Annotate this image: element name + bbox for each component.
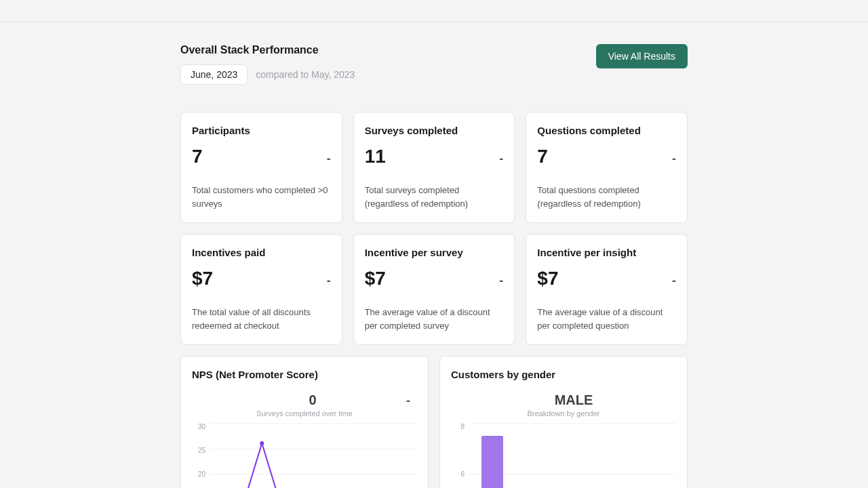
y-tick: 6 bbox=[460, 470, 465, 478]
metric-label: Incentive per insight bbox=[537, 247, 676, 258]
metric-card-incentive-per-insight: Incentive per insight $7 - The average v… bbox=[526, 234, 688, 345]
metric-label: Incentives paid bbox=[192, 247, 331, 258]
metric-delta: - bbox=[499, 274, 503, 288]
chart-card-nps: NPS (Net Promoter Score) 0 - Surveys com… bbox=[180, 356, 429, 488]
metric-card-participants: Participants 7 - Total customers who com… bbox=[180, 112, 342, 223]
metric-card-incentive-per-survey: Incentive per survey $7 - The average va… bbox=[353, 234, 515, 345]
period-row: June, 2023 compared to May, 2023 bbox=[180, 64, 355, 85]
chart-plot-nps: 30 25 20 15 10 bbox=[192, 423, 417, 488]
metric-card-questions-completed: Questions completed 7 - Total questions … bbox=[526, 112, 688, 223]
metric-description: Total customers who completed >0 surveys bbox=[192, 184, 331, 210]
chart-subtitle: Breakdown by gender bbox=[451, 409, 676, 418]
metric-description: The average value of a discount per comp… bbox=[537, 306, 676, 332]
y-axis: 8 6 4 bbox=[451, 423, 469, 488]
metric-value: $7 bbox=[365, 268, 386, 289]
period-selector[interactable]: June, 2023 bbox=[180, 64, 248, 85]
metric-value: 11 bbox=[365, 146, 386, 167]
metric-card-surveys-completed: Surveys completed 11 - Total surveys com… bbox=[353, 112, 515, 223]
metric-delta: - bbox=[499, 152, 503, 166]
chart-headline-row: 0 - bbox=[192, 392, 417, 408]
svg-point-0 bbox=[260, 441, 264, 445]
view-all-results-button[interactable]: View All Results bbox=[596, 44, 688, 68]
metric-value-row: $7 - bbox=[537, 268, 676, 289]
metric-label: Questions completed bbox=[537, 125, 676, 136]
chart-card-gender: Customers by gender MALE Breakdown by ge… bbox=[439, 356, 688, 488]
metric-card-incentives-paid: Incentives paid $7 - The total value of … bbox=[180, 234, 342, 345]
metrics-grid: Participants 7 - Total customers who com… bbox=[180, 112, 688, 345]
page-header: Overall Stack Performance June, 2023 com… bbox=[180, 44, 688, 85]
metric-label: Participants bbox=[192, 125, 331, 136]
metric-label: Surveys completed bbox=[365, 125, 504, 136]
y-tick: 25 bbox=[198, 447, 205, 454]
metric-description: Total surveys completed (regardless of r… bbox=[365, 184, 504, 210]
metric-delta: - bbox=[327, 152, 331, 166]
metric-value: 7 bbox=[537, 146, 548, 167]
chart-headline-value: 0 bbox=[219, 392, 406, 408]
page-container: Overall Stack Performance June, 2023 com… bbox=[180, 22, 688, 488]
y-tick: 30 bbox=[198, 423, 205, 430]
chart-plot-gender: 8 6 4 bbox=[451, 423, 676, 488]
metric-description: The total value of all discounts redeeme… bbox=[192, 306, 331, 332]
metric-value: $7 bbox=[192, 268, 213, 289]
y-axis: 30 25 20 15 10 bbox=[192, 423, 210, 488]
bar-male bbox=[481, 436, 503, 488]
metric-delta: - bbox=[327, 274, 331, 288]
metric-value: $7 bbox=[537, 268, 558, 289]
metric-value-row: $7 - bbox=[365, 268, 504, 289]
metric-value-row: 7 - bbox=[192, 146, 331, 167]
metric-label: Incentive per survey bbox=[365, 247, 504, 258]
page-title: Overall Stack Performance bbox=[180, 44, 355, 56]
metric-description: Total questions completed (regardless of… bbox=[537, 184, 676, 210]
header-left: Overall Stack Performance June, 2023 com… bbox=[180, 44, 355, 85]
metric-delta: - bbox=[672, 152, 676, 166]
compared-to-text: compared to May, 2023 bbox=[256, 69, 355, 80]
bars-container bbox=[469, 423, 676, 488]
metric-value-row: $7 - bbox=[192, 268, 331, 289]
line-chart-svg bbox=[210, 423, 417, 488]
metric-delta: - bbox=[672, 274, 676, 288]
top-bar bbox=[0, 0, 868, 22]
chart-title: Customers by gender bbox=[451, 369, 676, 380]
metric-value-row: 7 - bbox=[537, 146, 676, 167]
chart-subtitle: Surveys completed over time bbox=[192, 409, 417, 418]
chart-headline-value: MALE bbox=[478, 392, 669, 408]
plot-area bbox=[469, 423, 676, 488]
y-tick: 20 bbox=[198, 470, 205, 478]
y-tick: 8 bbox=[460, 423, 465, 430]
metric-description: The average value of a discount per comp… bbox=[365, 306, 504, 332]
chart-headline-delta: - bbox=[406, 394, 410, 408]
plot-area bbox=[210, 423, 417, 488]
chart-headline-row: MALE bbox=[451, 392, 676, 408]
metric-value: 7 bbox=[192, 146, 203, 167]
metric-value-row: 11 - bbox=[365, 146, 504, 167]
charts-row: NPS (Net Promoter Score) 0 - Surveys com… bbox=[180, 356, 688, 488]
chart-title: NPS (Net Promoter Score) bbox=[192, 369, 417, 380]
